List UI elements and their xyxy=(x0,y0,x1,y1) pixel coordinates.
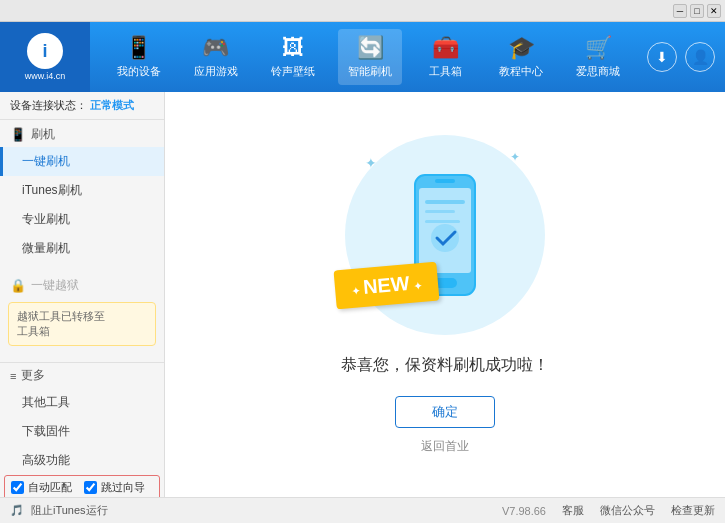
wallpaper-icon: 🖼 xyxy=(282,35,304,61)
sidebar: 设备连接状态： 正常模式 📱 刷机 一键刷机 iTunes刷机 专业刷机 微量刷… xyxy=(0,92,165,497)
more-icon: ≡ xyxy=(10,370,16,382)
wechat-link[interactable]: 微信公众号 xyxy=(600,503,655,518)
title-bar: ─ □ ✕ xyxy=(0,0,725,22)
nav-toolbox-label: 工具箱 xyxy=(429,64,462,79)
confirm-button[interactable]: 确定 xyxy=(395,396,495,428)
sidebar-advanced[interactable]: 高级功能 xyxy=(0,446,164,475)
bottom-right: V7.98.66 客服 微信公众号 检查更新 xyxy=(502,503,715,518)
check-update-link[interactable]: 检查更新 xyxy=(671,503,715,518)
auto-match-input[interactable] xyxy=(11,481,24,494)
nav-shop-label: 爱思商城 xyxy=(576,64,620,79)
bottom-bar: 🎵 阻止iTunes运行 V7.98.66 客服 微信公众号 检查更新 xyxy=(0,497,725,523)
sidebar-one-key-flash[interactable]: 一键刷机 xyxy=(0,147,164,176)
download-button[interactable]: ⬇ xyxy=(647,42,677,72)
connection-status: 设备连接状态： 正常模式 xyxy=(0,92,164,120)
toolbox-icon: 🧰 xyxy=(432,35,459,61)
checkbox-row: 自动匹配 跳过向导 xyxy=(4,475,160,497)
nav-wallpaper[interactable]: 🖼 铃声壁纸 xyxy=(261,29,325,85)
nav-tutorial-label: 教程中心 xyxy=(499,64,543,79)
nav-flash-label: 智能刷机 xyxy=(348,64,392,79)
device-icon: 📱 xyxy=(125,35,152,61)
top-nav: i www.i4.cn 📱 我的设备 🎮 应用游戏 🖼 铃声壁纸 🔄 智能刷机 … xyxy=(0,22,725,92)
nav-shop[interactable]: 🛒 爱思商城 xyxy=(566,29,630,85)
content-area: ✦ ✦ xyxy=(165,92,725,497)
lock-icon: 🔒 xyxy=(10,278,26,293)
phone-illustration: ✦ ✦ xyxy=(345,135,545,335)
minimize-button[interactable]: ─ xyxy=(673,4,687,18)
auto-match-checkbox[interactable]: 自动匹配 xyxy=(11,480,72,495)
shop-icon: 🛒 xyxy=(585,35,612,61)
logo-icon: i xyxy=(27,33,63,69)
version-label: V7.98.66 xyxy=(502,505,546,517)
itunes-icon: 🎵 xyxy=(10,504,24,517)
sidebar-pro-flash[interactable]: 专业刷机 xyxy=(0,205,164,234)
user-button[interactable]: 👤 xyxy=(685,42,715,72)
jailbreak-note: 越狱工具已转移至工具箱 xyxy=(8,302,156,346)
maximize-button[interactable]: □ xyxy=(690,4,704,18)
flash-section-icon: 📱 xyxy=(10,127,26,142)
nav-my-device[interactable]: 📱 我的设备 xyxy=(107,29,171,85)
svg-rect-5 xyxy=(425,210,455,213)
sidebar-flash-header: 📱 刷机 xyxy=(0,120,164,147)
itunes-label: 阻止iTunes运行 xyxy=(31,503,108,518)
nav-apps-games[interactable]: 🎮 应用游戏 xyxy=(184,29,248,85)
logo-text: www.i4.cn xyxy=(25,71,66,81)
nav-tutorial[interactable]: 🎓 教程中心 xyxy=(489,29,553,85)
tutorial-icon: 🎓 xyxy=(508,35,535,61)
sidebar-flash-section: 📱 刷机 一键刷机 iTunes刷机 专业刷机 微量刷机 xyxy=(0,120,164,263)
sidebar-other-tools[interactable]: 其他工具 xyxy=(0,388,164,417)
svg-point-7 xyxy=(431,224,459,252)
sidebar-more-section: ≡ 更多 其他工具 下载固件 高级功能 xyxy=(0,358,164,475)
new-badge: NEW xyxy=(333,261,439,309)
close-button[interactable]: ✕ xyxy=(707,4,721,18)
logo[interactable]: i www.i4.cn xyxy=(0,22,90,92)
sparkle-top-left-icon: ✦ xyxy=(365,155,377,171)
nav-toolbox[interactable]: 🧰 工具箱 xyxy=(416,29,476,85)
sidebar-wipe-flash[interactable]: 微量刷机 xyxy=(0,234,164,263)
phone-circle: ✦ ✦ xyxy=(345,135,545,335)
nav-my-device-label: 我的设备 xyxy=(117,64,161,79)
skip-wizard-input[interactable] xyxy=(84,481,97,494)
apps-icon: 🎮 xyxy=(202,35,229,61)
success-message: 恭喜您，保资料刷机成功啦！ xyxy=(341,355,549,376)
nav-right: ⬇ 👤 xyxy=(647,42,725,72)
svg-rect-3 xyxy=(435,179,455,183)
flash-icon: 🔄 xyxy=(357,35,384,61)
customer-service-link[interactable]: 客服 xyxy=(562,503,584,518)
nav-items: 📱 我的设备 🎮 应用游戏 🖼 铃声壁纸 🔄 智能刷机 🧰 工具箱 🎓 教程中心… xyxy=(90,22,647,92)
sidebar-itunes-flash[interactable]: iTunes刷机 xyxy=(0,176,164,205)
nav-smart-flash[interactable]: 🔄 智能刷机 xyxy=(338,29,402,85)
bottom-left: 🎵 阻止iTunes运行 xyxy=(10,503,502,518)
nav-apps-label: 应用游戏 xyxy=(194,64,238,79)
nav-wallpaper-label: 铃声壁纸 xyxy=(271,64,315,79)
sidebar-jailbreak-section: 🔒 一键越狱 越狱工具已转移至工具箱 xyxy=(0,271,164,350)
skip-wizard-checkbox[interactable]: 跳过向导 xyxy=(84,480,145,495)
sidebar-more-header: ≡ 更多 xyxy=(0,362,164,388)
svg-rect-6 xyxy=(425,220,460,223)
return-link[interactable]: 返回首业 xyxy=(421,438,469,455)
sidebar-download-firmware[interactable]: 下载固件 xyxy=(0,417,164,446)
svg-rect-4 xyxy=(425,200,465,204)
sidebar-jailbreak-header: 🔒 一键越狱 xyxy=(0,271,164,298)
sparkle-top-right-icon: ✦ xyxy=(510,150,520,164)
main-layout: 设备连接状态： 正常模式 📱 刷机 一键刷机 iTunes刷机 专业刷机 微量刷… xyxy=(0,92,725,497)
